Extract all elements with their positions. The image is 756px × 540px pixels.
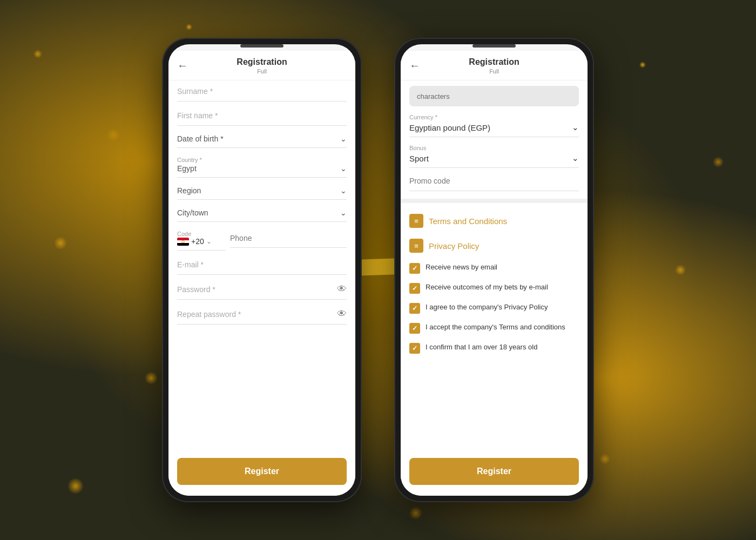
currency-label: Currency *	[409, 114, 579, 120]
left-bottom-area: Register	[168, 453, 355, 496]
checkbox-news-email-label: Receive news by email	[426, 262, 497, 272]
right-header-subtitle: Full	[409, 68, 579, 75]
back-button-left[interactable]: ←	[177, 59, 188, 72]
checkbox-privacy-agree: I agree to the company's Privacy Policy	[409, 298, 579, 318]
left-phone-screen: ← Registration Full Date of birth * ⌄	[168, 44, 355, 496]
checkbox-news-email: Receive news by email	[409, 258, 579, 278]
region-label: Region	[177, 186, 201, 195]
bonus-value: Sport	[409, 154, 429, 163]
email-input[interactable]	[177, 259, 347, 270]
city-field[interactable]: City/town ⌄	[177, 208, 347, 222]
password-eye-icon[interactable]: 👁	[337, 284, 347, 295]
phone-input-section	[230, 233, 347, 248]
checkbox-age: I confirm that I am over 18 years old	[409, 338, 579, 358]
right-header: ← Registration Full	[401, 51, 588, 80]
firstname-input[interactable]	[177, 110, 347, 121]
right-scroll-content: characters Currency * Egyptian pound (EG…	[401, 80, 588, 453]
repeat-password-field: 👁	[177, 308, 347, 325]
terms-text: Terms and Conditions	[429, 217, 507, 226]
city-chevron-icon: ⌄	[340, 208, 347, 217]
country-chevron-icon: ⌄	[340, 164, 347, 173]
privacy-link[interactable]: ≡ Privacy Policy	[409, 233, 579, 258]
region-field[interactable]: Region ⌄	[177, 186, 347, 200]
characters-text: characters	[417, 92, 450, 100]
checkbox-terms-accept-label: I accept the company's Terms and conditi…	[426, 322, 565, 332]
left-scroll-content: Date of birth * ⌄ Country * Egypt ⌄ Regi…	[168, 80, 355, 453]
country-field[interactable]: Country * Egypt ⌄	[177, 157, 347, 178]
bonus-label: Bonus	[409, 145, 579, 151]
dob-field[interactable]: Date of birth * ⌄	[177, 134, 347, 148]
privacy-icon: ≡	[409, 239, 423, 253]
left-header: ← Registration Full	[168, 51, 355, 80]
surname-field	[177, 86, 347, 102]
dob-label: Date of birth *	[177, 134, 224, 143]
right-phone: ← Registration Full characters Currency …	[394, 38, 594, 502]
left-register-button[interactable]: Register	[177, 458, 347, 485]
checkbox-terms-accept-box[interactable]	[409, 323, 420, 334]
phone-code-chevron-icon: ⌄	[206, 238, 212, 245]
left-phone: ← Registration Full Date of birth * ⌄	[162, 38, 362, 502]
bonus-chevron-icon: ⌄	[572, 153, 579, 163]
terms-link[interactable]: ≡ Terms and Conditions	[409, 208, 579, 233]
right-header-title: Registration	[409, 57, 579, 67]
promo-input[interactable]	[409, 176, 579, 186]
region-chevron-icon: ⌄	[340, 186, 347, 195]
right-phone-notch	[473, 44, 516, 48]
password-input[interactable]	[177, 284, 337, 295]
email-field	[177, 259, 347, 275]
dob-chevron-icon: ⌄	[340, 134, 347, 143]
left-header-subtitle: Full	[177, 68, 347, 75]
privacy-text: Privacy Policy	[429, 241, 479, 251]
terms-icon: ≡	[409, 214, 423, 228]
phone-notch	[240, 44, 284, 48]
svg-rect-0	[177, 238, 189, 240]
city-label: City/town	[177, 208, 208, 217]
checkbox-terms-accept: I accept the company's Terms and conditi…	[409, 318, 579, 338]
checkbox-outcomes: Receive outcomes of my bets by e-mail	[409, 278, 579, 298]
left-header-title: Registration	[177, 57, 347, 67]
checkbox-age-label: I confirm that I am over 18 years old	[426, 342, 537, 352]
country-label: Country *	[177, 157, 347, 163]
firstname-field	[177, 110, 347, 126]
password-field: 👁	[177, 284, 347, 300]
svg-rect-2	[177, 243, 189, 246]
back-button-right[interactable]: ←	[409, 59, 420, 72]
repeat-password-input[interactable]	[177, 309, 337, 320]
phone-code-text: +20	[191, 237, 204, 246]
right-register-button[interactable]: Register	[409, 458, 579, 485]
characters-hint: characters	[409, 86, 579, 106]
promo-field	[409, 176, 579, 191]
right-phone-screen: ← Registration Full characters Currency …	[401, 44, 588, 496]
checkbox-privacy-agree-box[interactable]	[409, 303, 420, 314]
phone-code-section[interactable]: Code +20 ⌄	[177, 231, 226, 251]
repeat-password-eye-icon[interactable]: 👁	[337, 308, 347, 320]
country-value: Egypt	[177, 164, 197, 173]
checkbox-outcomes-label: Receive outcomes of my bets by e-mail	[426, 282, 548, 292]
surname-input[interactable]	[177, 86, 347, 97]
checkbox-age-box[interactable]	[409, 343, 420, 354]
section-divider	[401, 199, 588, 203]
currency-field[interactable]: Currency * Egyptian pound (EGP) ⌄	[409, 114, 579, 137]
phone-input[interactable]	[230, 234, 347, 242]
checkbox-outcomes-box[interactable]	[409, 283, 420, 294]
right-bottom-area: Register	[401, 453, 588, 496]
phone-code-label: Code	[177, 231, 226, 237]
currency-value: Egyptian pound (EGP)	[409, 123, 490, 132]
checkbox-privacy-agree-label: I agree to the company's Privacy Policy	[426, 302, 548, 312]
currency-chevron-icon: ⌄	[572, 123, 579, 132]
egypt-flag-icon	[177, 238, 189, 246]
phone-row: Code +20 ⌄	[177, 231, 347, 251]
phone-code-value: +20 ⌄	[177, 237, 226, 246]
checkbox-news-email-box[interactable]	[409, 263, 420, 274]
bonus-field[interactable]: Bonus Sport ⌄	[409, 145, 579, 168]
